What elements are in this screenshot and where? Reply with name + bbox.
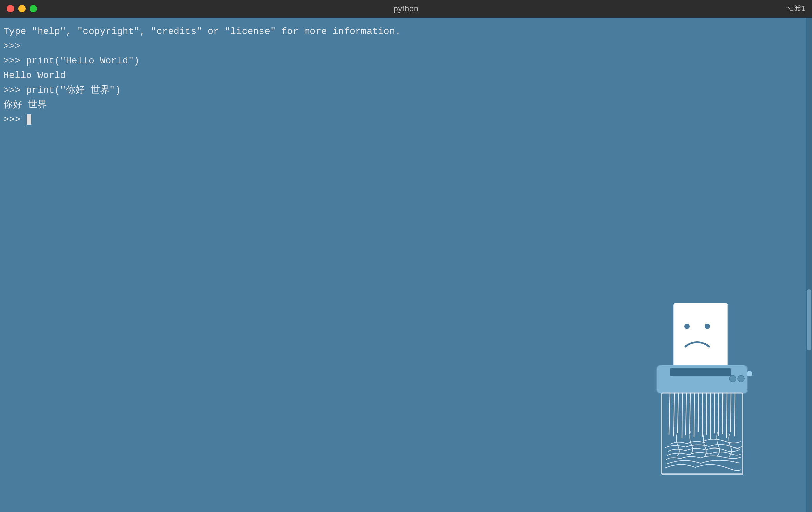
svg-line-25 [722, 393, 723, 434]
svg-line-27 [731, 393, 731, 432]
keyboard-shortcut: ⌥⌘1 [785, 4, 805, 13]
shredder-svg [636, 303, 765, 492]
svg-line-28 [735, 393, 735, 436]
svg-line-15 [682, 393, 682, 438]
svg-line-19 [698, 393, 699, 432]
close-button[interactable] [7, 5, 14, 12]
terminal-body[interactable]: Type "help", "copyright", "credits" or "… [0, 18, 812, 512]
cursor-blink [27, 114, 31, 125]
maximize-button[interactable] [30, 5, 37, 12]
scrollbar-thumb[interactable] [807, 289, 811, 350]
minimize-button[interactable] [18, 5, 26, 12]
svg-line-21 [706, 393, 707, 434]
svg-point-2 [705, 324, 710, 329]
terminal-line-cmd2: >>> print("你好 世界") [3, 83, 809, 98]
svg-point-1 [684, 324, 690, 329]
svg-line-17 [690, 393, 690, 434]
svg-line-23 [714, 393, 715, 433]
terminal-line-prompt1: >>> [3, 39, 809, 53]
terminal-line-active[interactable]: >>> [3, 112, 809, 127]
terminal-line-output2: 你好 世界 [3, 98, 809, 112]
svg-line-26 [727, 393, 727, 437]
svg-line-22 [710, 393, 711, 438]
svg-line-18 [694, 393, 694, 437]
svg-line-16 [686, 393, 686, 435]
svg-rect-0 [674, 303, 728, 370]
svg-rect-4 [670, 368, 731, 376]
window-controls [7, 5, 37, 12]
scrollbar[interactable] [806, 18, 812, 512]
terminal-line-cmd1: >>> print("Hello World") [3, 54, 809, 68]
terminal-line-info: Type "help", "copyright", "credits" or "… [3, 24, 809, 39]
svg-point-6 [738, 375, 744, 382]
svg-line-12 [669, 393, 670, 434]
svg-line-13 [674, 393, 674, 436]
title-bar: python ⌥⌘1 [0, 0, 812, 18]
shredder-illustration [636, 303, 765, 492]
svg-line-24 [718, 393, 719, 436]
svg-point-5 [729, 375, 736, 382]
svg-line-14 [678, 393, 678, 433]
terminal-line-output1: Hello World [3, 68, 809, 83]
window-title: python [393, 4, 418, 14]
svg-point-7 [747, 371, 752, 376]
svg-line-20 [702, 393, 703, 436]
